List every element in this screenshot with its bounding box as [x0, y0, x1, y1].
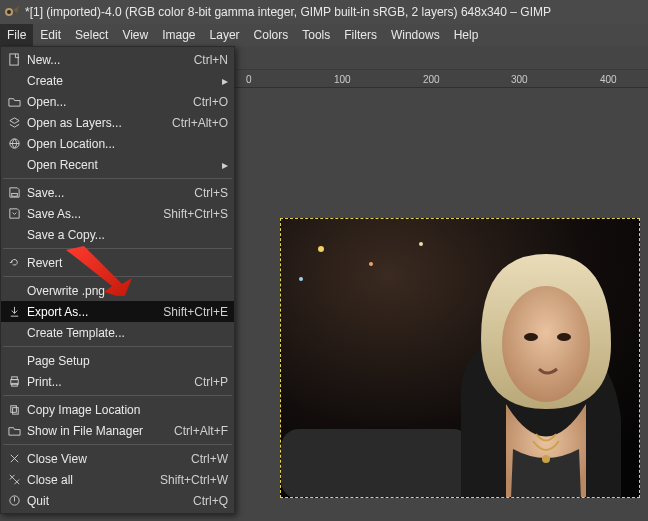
menu-separator	[3, 276, 232, 277]
menu-item-label: Save...	[23, 186, 194, 200]
menu-separator	[3, 395, 232, 396]
menu-item-close-all[interactable]: Close allShift+Ctrl+W	[1, 469, 234, 490]
menu-item-label: Close all	[23, 473, 160, 487]
menu-item-save-as[interactable]: Save As...Shift+Ctrl+S	[1, 203, 234, 224]
ruler-tick: 400	[600, 74, 617, 85]
menu-item-shortcut: Ctrl+Alt+O	[172, 116, 228, 130]
menu-item-label: Export As...	[23, 305, 163, 319]
menu-item-shortcut: Ctrl+N	[194, 53, 228, 67]
doc-icon	[5, 53, 23, 66]
svg-point-10	[557, 333, 571, 341]
menu-item-close-view[interactable]: Close ViewCtrl+W	[1, 448, 234, 469]
submenu-arrow-icon: ▸	[222, 158, 228, 172]
menu-item-shortcut: Ctrl+Alt+F	[174, 424, 228, 438]
titlebar: *[1] (imported)-4.0 (RGB color 8-bit gam…	[0, 0, 648, 24]
menu-item-revert[interactable]: Revert	[1, 252, 234, 273]
menu-separator	[3, 444, 232, 445]
layers-icon	[5, 116, 23, 129]
svg-point-1	[7, 10, 11, 14]
menubar[interactable]: FileEditSelectViewImageLayerColorsToolsF…	[0, 24, 648, 46]
menu-item-label: Create	[23, 74, 222, 88]
menubar-item-edit[interactable]: Edit	[33, 24, 68, 46]
menubar-item-select[interactable]: Select	[68, 24, 115, 46]
menu-item-label: Page Setup	[23, 354, 228, 368]
menu-item-open[interactable]: Open...Ctrl+O	[1, 91, 234, 112]
menu-item-open-recent[interactable]: Open Recent▸	[1, 154, 234, 175]
close-icon	[5, 452, 23, 465]
saveas-icon	[5, 207, 23, 220]
folder-icon	[5, 424, 23, 437]
menu-separator	[3, 248, 232, 249]
menu-item-create[interactable]: Create▸	[1, 70, 234, 91]
canvas-image	[281, 219, 640, 498]
svg-point-11	[542, 455, 550, 463]
menu-item-create-template[interactable]: Create Template...	[1, 322, 234, 343]
ruler-tick: 0	[246, 74, 252, 85]
menubar-item-windows[interactable]: Windows	[384, 24, 447, 46]
menubar-item-filters[interactable]: Filters	[337, 24, 384, 46]
menu-item-shortcut: Shift+Ctrl+S	[163, 207, 228, 221]
menu-item-export-as[interactable]: Export As...Shift+Ctrl+E	[1, 301, 234, 322]
menubar-item-tools[interactable]: Tools	[295, 24, 337, 46]
menu-item-shortcut: Ctrl+Q	[193, 494, 228, 508]
menu-item-label: Save a Copy...	[23, 228, 228, 242]
svg-rect-18	[10, 406, 16, 413]
menu-item-label: Show in File Manager	[23, 424, 174, 438]
menu-item-label: Open as Layers...	[23, 116, 172, 130]
menu-item-overwrite-png[interactable]: Overwrite .png	[1, 280, 234, 301]
svg-rect-14	[11, 193, 17, 196]
menu-item-label: Open...	[23, 95, 193, 109]
copy-icon	[5, 403, 23, 416]
file-menu[interactable]: New...Ctrl+NCreate▸Open...Ctrl+OOpen as …	[0, 46, 235, 514]
menubar-item-view[interactable]: View	[115, 24, 155, 46]
svg-point-3	[318, 246, 324, 252]
menu-item-shortcut: Ctrl+P	[194, 375, 228, 389]
menu-item-open-location[interactable]: Open Location...	[1, 133, 234, 154]
menubar-item-layer[interactable]: Layer	[203, 24, 247, 46]
menu-item-label: Print...	[23, 375, 194, 389]
menu-item-label: Open Recent	[23, 158, 222, 172]
export-icon	[5, 305, 23, 318]
quit-icon	[5, 494, 23, 507]
ruler-tick: 300	[511, 74, 528, 85]
menu-item-show-in-file-manager[interactable]: Show in File ManagerCtrl+Alt+F	[1, 420, 234, 441]
menu-item-new[interactable]: New...Ctrl+N	[1, 49, 234, 70]
menu-item-save-a-copy[interactable]: Save a Copy...	[1, 224, 234, 245]
menu-item-shortcut: Shift+Ctrl+E	[163, 305, 228, 319]
menu-item-label: New...	[23, 53, 194, 67]
menu-separator	[3, 346, 232, 347]
menu-item-shortcut: Ctrl+O	[193, 95, 228, 109]
window-title: *[1] (imported)-4.0 (RGB color 8-bit gam…	[25, 5, 551, 19]
menu-item-save[interactable]: Save...Ctrl+S	[1, 182, 234, 203]
submenu-arrow-icon: ▸	[222, 74, 228, 88]
menu-item-quit[interactable]: QuitCtrl+Q	[1, 490, 234, 511]
menu-item-copy-image-location[interactable]: Copy Image Location	[1, 399, 234, 420]
menu-item-label: Create Template...	[23, 326, 228, 340]
menu-item-label: Copy Image Location	[23, 403, 228, 417]
svg-point-8	[502, 286, 590, 402]
svg-rect-16	[11, 377, 17, 380]
menu-item-label: Overwrite .png	[23, 284, 228, 298]
image-canvas[interactable]	[280, 218, 640, 498]
menubar-item-colors[interactable]: Colors	[247, 24, 296, 46]
svg-point-9	[524, 333, 538, 341]
svg-rect-19	[12, 408, 18, 415]
menubar-item-help[interactable]: Help	[447, 24, 486, 46]
menu-separator	[3, 178, 232, 179]
menubar-item-image[interactable]: Image	[155, 24, 202, 46]
menu-item-open-as-layers[interactable]: Open as Layers...Ctrl+Alt+O	[1, 112, 234, 133]
menu-item-label: Open Location...	[23, 137, 228, 151]
menu-item-shortcut: Ctrl+W	[191, 452, 228, 466]
globe-icon	[5, 137, 23, 150]
ruler-tick: 100	[334, 74, 351, 85]
revert-icon	[5, 256, 23, 269]
menu-item-page-setup[interactable]: Page Setup	[1, 350, 234, 371]
svg-point-6	[299, 277, 303, 281]
ruler-tick: 200	[423, 74, 440, 85]
svg-point-4	[369, 262, 373, 266]
save-icon	[5, 186, 23, 199]
menubar-item-file[interactable]: File	[0, 24, 33, 46]
menu-item-shortcut: Shift+Ctrl+W	[160, 473, 228, 487]
menu-item-label: Revert	[23, 256, 228, 270]
menu-item-print[interactable]: Print...Ctrl+P	[1, 371, 234, 392]
